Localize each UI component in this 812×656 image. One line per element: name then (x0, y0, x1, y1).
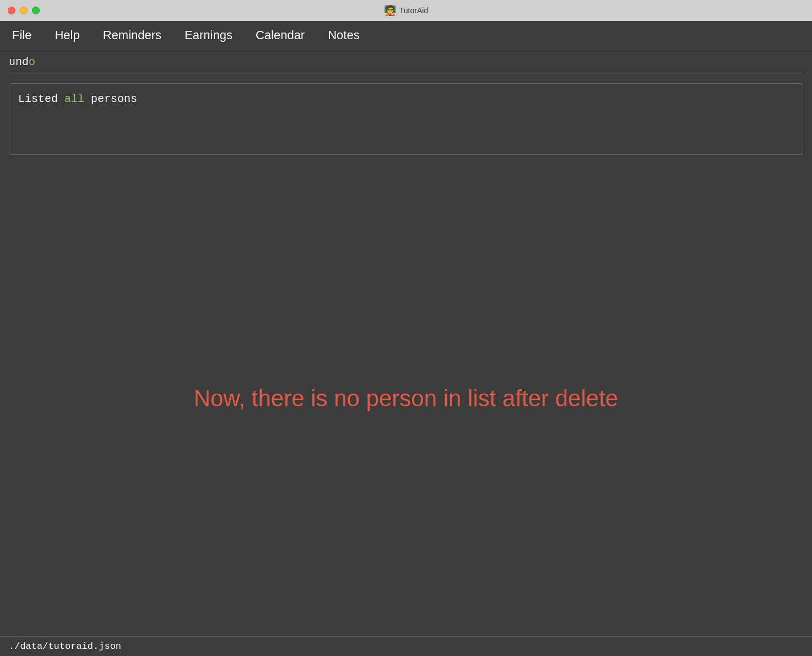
output-suffix: persons (84, 93, 137, 105)
output-box: Listed all persons (9, 83, 803, 155)
command-prefix: und (9, 56, 29, 68)
toolbar: undo (0, 50, 812, 78)
title-bar: 🧑‍🏫 TutorAid (0, 0, 812, 21)
command-text: undo (9, 56, 803, 68)
close-button[interactable] (8, 7, 15, 14)
status-bar: ./data/tutoraid.json (0, 636, 812, 656)
toolbar-divider (9, 73, 803, 73)
minimize-button[interactable] (20, 7, 28, 14)
menu-bar: File Help Reminders Earnings Calendar No… (0, 21, 812, 50)
menu-item-notes[interactable]: Notes (324, 26, 362, 45)
command-highlighted: o (29, 56, 35, 68)
output-prefix: Listed (18, 93, 64, 105)
app-icon: 🧑‍🏫 (384, 4, 396, 17)
maximize-button[interactable] (32, 7, 40, 14)
menu-item-reminders[interactable]: Reminders (100, 26, 165, 45)
status-path: ./data/tutoraid.json (9, 641, 121, 652)
output-highlighted: all (64, 93, 84, 105)
menu-item-calendar[interactable]: Calendar (252, 26, 308, 45)
menu-item-help[interactable]: Help (51, 26, 83, 45)
app-title: 🧑‍🏫 TutorAid (384, 4, 428, 17)
traffic-lights (8, 7, 40, 14)
output-text: Listed all persons (18, 93, 794, 105)
app-title-text: TutorAid (399, 6, 428, 15)
main-content: Now, there is no person in list after de… (0, 160, 812, 636)
menu-item-file[interactable]: File (9, 26, 35, 45)
empty-state-message: Now, there is no person in list after de… (194, 385, 618, 412)
menu-item-earnings[interactable]: Earnings (181, 26, 236, 45)
